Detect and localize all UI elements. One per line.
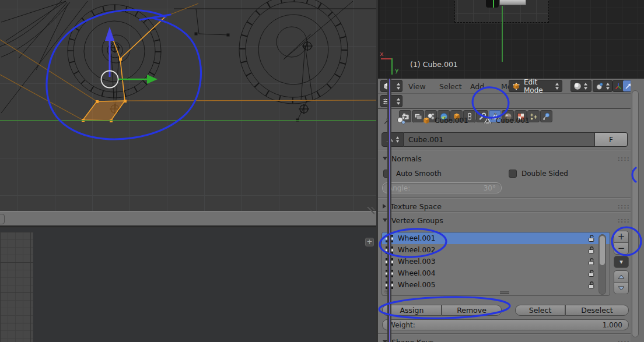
mesh-datablock-icon[interactable] xyxy=(483,116,492,125)
datablock-name-row: Cube.001 F xyxy=(382,132,628,147)
list-scrollbar-thumb[interactable] xyxy=(600,236,605,265)
unlock-icon[interactable] xyxy=(587,269,596,277)
panel-expand-icon xyxy=(383,218,387,222)
scene-datablock-icon[interactable] xyxy=(396,115,407,126)
vertex-group-row[interactable]: Wheel.005 xyxy=(382,279,610,291)
mode-selector[interactable]: Edit Mode xyxy=(509,80,562,92)
panel-grip[interactable]: :::: xyxy=(617,339,630,342)
panel-expand-icon xyxy=(383,157,387,160)
region-expand-button[interactable]: + xyxy=(365,238,374,246)
updown-arrows-icon xyxy=(396,82,401,90)
double-sided-row: Double Sided xyxy=(509,170,568,178)
mode-label: Edit Mode xyxy=(524,79,552,94)
object-datablock-icon[interactable] xyxy=(422,116,431,125)
panel-title: Texture Space xyxy=(390,202,442,211)
viewport-shading-selector[interactable] xyxy=(570,80,592,92)
panel-grip[interactable]: :::: xyxy=(617,155,630,163)
panel-header-vertex-groups[interactable]: Vertex Groups xyxy=(383,215,443,225)
double-sided-checkbox[interactable] xyxy=(509,170,517,178)
auto-smooth-row: Auto Smooth xyxy=(383,170,442,178)
remove-button[interactable]: Remove xyxy=(442,305,502,316)
datablock-type-button[interactable] xyxy=(382,132,404,147)
unlock-icon[interactable] xyxy=(587,234,596,242)
camera-center-line xyxy=(502,6,503,62)
header-stub-button[interactable] xyxy=(0,214,5,224)
menu-select[interactable]: Select xyxy=(437,82,464,91)
properties-scrollbar-thumb[interactable] xyxy=(632,90,639,337)
vertex-groups-list[interactable]: Wheel.001 Wheel.002 xyxy=(382,232,610,296)
datablock-name-input[interactable]: Cube.001 xyxy=(404,132,595,147)
auto-smooth-label: Auto Smooth xyxy=(396,170,442,178)
viewport-3d-main[interactable] xyxy=(0,0,376,211)
unlock-icon[interactable] xyxy=(587,246,596,254)
model-body xyxy=(499,0,526,5)
vertex-group-move-up-button[interactable] xyxy=(614,270,629,283)
pivot-icon xyxy=(595,82,604,91)
vertex-group-move-down-button[interactable] xyxy=(614,282,629,294)
unlock-icon[interactable] xyxy=(587,281,596,289)
panel-grip[interactable]: :::: xyxy=(617,203,630,210)
model-green-marker xyxy=(493,0,494,8)
vertex-group-remove-button[interactable]: − xyxy=(614,242,629,255)
area-corner-grip[interactable] xyxy=(365,207,374,215)
list-scrollbar[interactable] xyxy=(598,234,606,295)
vertex-group-row[interactable]: Wheel.003 xyxy=(382,256,610,267)
properties-scrollbar[interactable] xyxy=(631,79,644,342)
viewport-header-bar[interactable] xyxy=(0,211,376,227)
pivot-point-selector[interactable] xyxy=(593,80,612,92)
axis-gizmo-y xyxy=(391,58,393,75)
updown-arrows-icon xyxy=(396,136,400,143)
deselect-button[interactable]: Deselect xyxy=(565,305,629,316)
weight-slider[interactable]: Weight: 1.000 xyxy=(382,319,629,330)
select-button[interactable]: Select xyxy=(515,305,565,316)
panel-title: Shape Keys xyxy=(391,338,433,342)
vertex-group-name: Wheel.001 xyxy=(398,234,583,242)
viewport-3d-bottom[interactable]: + xyxy=(0,228,376,342)
panel-separator xyxy=(378,198,639,198)
properties-header-menus: ViewSelectAddMesh Edit Mode xyxy=(378,79,644,94)
properties-editor: ViewSelectAddMesh Edit Mode xyxy=(378,79,644,342)
breadcrumb-arrow-icon xyxy=(413,118,416,123)
vertex-group-add-button[interactable]: + xyxy=(614,231,629,243)
breadcrumb-data-name[interactable]: Cube.001 xyxy=(496,117,530,125)
list-resize-grip[interactable] xyxy=(500,291,509,294)
panel-header-texture-space[interactable]: Texture Space xyxy=(383,201,442,211)
vertex-group-name: Wheel.005 xyxy=(398,281,583,289)
viewport-object-info: (1) Cube.001 xyxy=(410,60,458,69)
panel-title: Normals xyxy=(391,154,422,163)
panel-expand-icon xyxy=(383,204,386,209)
empty-markers xyxy=(110,41,313,114)
double-sided-label: Double Sided xyxy=(522,170,568,178)
vertex-group-row[interactable]: Wheel.004 xyxy=(382,267,610,279)
unlock-icon[interactable] xyxy=(587,258,596,266)
blender-window: + x y (1) Cube.001 xyxy=(0,0,644,342)
shading-sphere-icon xyxy=(573,82,582,91)
viewport-3d-camera[interactable]: x y (1) Cube.001 xyxy=(378,0,644,79)
editor-edge xyxy=(387,79,391,342)
updown-arrows-icon xyxy=(396,97,401,105)
updown-arrows-icon xyxy=(555,82,559,90)
transform-manipulator[interactable] xyxy=(102,27,158,88)
fake-user-button[interactable]: F xyxy=(595,132,628,147)
menu-view[interactable]: View xyxy=(406,82,428,91)
model-silhouette xyxy=(486,0,499,8)
updown-arrows-icon xyxy=(583,82,588,90)
vertex-group-row[interactable]: Wheel.001 xyxy=(382,232,610,244)
panel-title: Vertex Groups xyxy=(391,216,443,225)
properties-editor-type-button[interactable] xyxy=(380,95,402,107)
vertex-group-name: Wheel.004 xyxy=(398,269,583,277)
angle-slider[interactable]: Angle: 30° xyxy=(382,182,502,193)
panel-separator xyxy=(378,150,639,150)
panel-separator xyxy=(378,211,639,212)
editor-type-button[interactable] xyxy=(380,80,402,92)
manipulator-axes-icon[interactable] xyxy=(613,80,623,91)
wireframe-scene xyxy=(0,0,376,211)
panel-separator xyxy=(378,333,639,334)
weight-label: Weight: xyxy=(388,321,415,329)
edit-mode-cube-icon xyxy=(512,82,521,91)
breadcrumb-object-name[interactable]: Cube.001 xyxy=(435,117,468,125)
vertex-group-specials-menu[interactable]: ▾ xyxy=(614,256,629,268)
vertex-group-row[interactable]: Wheel.002 xyxy=(382,244,610,256)
menu-add[interactable]: Add xyxy=(468,82,487,91)
panel-grip[interactable]: :::: xyxy=(617,217,630,224)
